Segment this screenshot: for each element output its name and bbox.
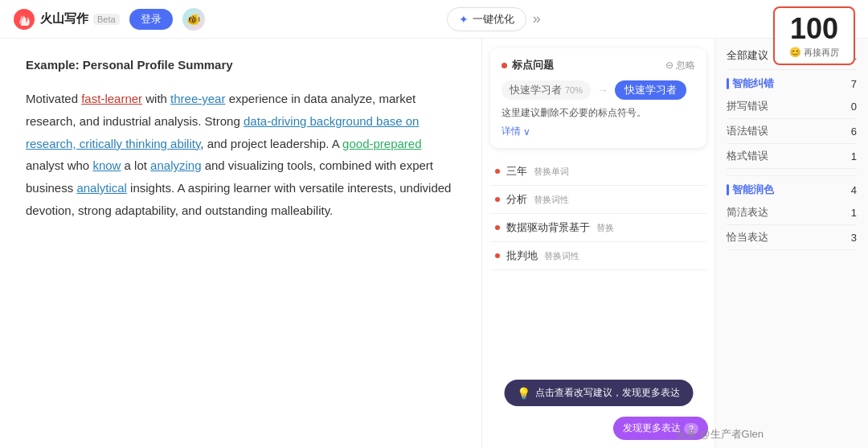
mini-suggestion-4[interactable]: 批判地 替换词性 <box>490 242 706 270</box>
right-panel: 全部建议 11 智能纠错 7 拼写错误 0 语法错误 6 格式错误 1 智能润色… <box>715 39 868 448</box>
text-and-proj: , and project leadership. A <box>200 137 342 150</box>
right-section-polish: 智能润色 4 <box>727 183 857 197</box>
section-bar-1 <box>727 78 729 89</box>
proper-count: 3 <box>851 232 857 244</box>
login-button[interactable]: 登录 <box>129 9 173 30</box>
logo-text: 火山写作 <box>40 11 88 27</box>
proper-label: 恰当表达 <box>727 230 768 245</box>
text-analyst: analyst who <box>26 158 92 172</box>
spelling-label: 拼写错误 <box>727 99 768 113</box>
card-title: 标点问题 <box>512 58 554 72</box>
mini-dot-4 <box>495 253 500 258</box>
original-word: 快速学习者 <box>510 83 562 97</box>
text-good-prepared: good-prepared <box>342 137 421 150</box>
mini-suggestion-3[interactable]: 数据驱动背景基于 替换 <box>490 214 706 242</box>
mini-dot-3 <box>495 225 500 230</box>
beta-badge: Beta <box>93 14 120 25</box>
watermark: 头条 @生产者Glen <box>676 427 764 442</box>
mini-dot-2 <box>495 197 500 202</box>
format-label: 格式错误 <box>727 149 768 163</box>
topbar: 火山写作 Beta 登录 🐠 ✦ 一键优化 » 全部建议 11 <box>0 0 868 39</box>
score-sub-label: 再接再厉 <box>804 47 839 59</box>
score-box: 100 😊 再接再厉 <box>773 6 855 65</box>
score-tag: 70% <box>565 85 583 95</box>
mini-dot-1 <box>495 169 500 174</box>
right-item-grammar[interactable]: 语法错误 6 <box>727 119 857 144</box>
tooltip-text: 点击查看改写建议，发现更多表达 <box>535 386 680 400</box>
spelling-count: 0 <box>851 101 857 113</box>
text-motivated: Motivated <box>26 92 81 105</box>
logo-area: 火山写作 Beta <box>13 8 120 31</box>
right-item-format[interactable]: 格式错误 1 <box>727 144 857 169</box>
text-analyzing: analyzing <box>150 158 201 172</box>
discover-label: 发现更多表达 <box>623 421 681 435</box>
logo-icon <box>13 8 35 31</box>
mini-suggestion-2[interactable]: 分析 替换词性 <box>490 186 706 214</box>
editor-area: Example: Personal Profile Summary Motiva… <box>0 39 482 448</box>
right-item-spelling[interactable]: 拼写错误 0 <box>727 94 857 119</box>
ignore-icon: ⊖ <box>665 60 674 71</box>
topbar-center: ✦ 一键优化 » <box>215 7 773 31</box>
doc-content: Motivated fast-learner with three-year e… <box>26 88 456 222</box>
mini-suggestion-1[interactable]: 三年 替换单词 <box>490 158 706 186</box>
mini-tag-4: 替换词性 <box>544 250 579 262</box>
mini-text-3: 数据驱动背景基于 <box>506 220 590 235</box>
optimize-label: 一键优化 <box>473 12 514 27</box>
more-button[interactable]: » <box>533 10 541 27</box>
suggestion-card-punctuation: 标点问题 ⊖ 忽略 快速学习者 70% → 快速学习者 这里建议删除不必要的标点… <box>490 48 706 148</box>
chevron-icon: ∨ <box>523 126 530 138</box>
arrow-icon: → <box>597 84 608 97</box>
right-divider-1 <box>727 69 857 70</box>
error-correction-count: 7 <box>851 78 857 90</box>
optimize-button[interactable]: ✦ 一键优化 <box>447 7 526 31</box>
score-sub: 😊 再接再厉 <box>789 47 839 59</box>
card-header: 标点问题 ⊖ 忽略 <box>502 58 695 72</box>
tooltip-icon: 💡 <box>517 387 530 400</box>
section-bar-2 <box>727 184 729 195</box>
all-label: 全部建议 <box>727 48 768 63</box>
text-fast-learner: fast-learner <box>81 92 142 105</box>
mini-tag-1: 替换单词 <box>534 166 569 178</box>
detail-label: 详情 <box>502 125 521 138</box>
word-chip-original: 快速学习者 70% <box>502 80 591 100</box>
card-action[interactable]: ⊖ 忽略 <box>665 59 695 72</box>
text-know: know <box>92 158 121 172</box>
text-analytical: analytical <box>76 181 127 195</box>
score-number: 100 <box>789 13 839 45</box>
doc-title: Example: Personal Profile Summary <box>26 58 456 72</box>
mini-tag-2: 替换词性 <box>534 194 569 206</box>
ignore-label: 忽略 <box>676 59 695 72</box>
right-item-concise[interactable]: 简洁表达 1 <box>727 200 857 225</box>
card-title-row: 标点问题 <box>502 58 554 72</box>
score-emoji: 😊 <box>789 47 801 58</box>
word-chip-suggested[interactable]: 快速学习者 <box>615 80 686 100</box>
text-alot: a lot <box>121 158 150 172</box>
text-with: with <box>142 92 170 105</box>
concise-label: 简洁表达 <box>727 205 768 220</box>
spark-icon: ✦ <box>459 13 469 26</box>
text-three-year: three-year <box>170 92 225 105</box>
format-count: 1 <box>851 150 857 162</box>
right-section-error-correction: 智能纠错 7 <box>727 76 857 91</box>
card-desc: 这里建议删除不必要的标点符号。 <box>502 106 695 120</box>
main-area: Example: Personal Profile Summary Motiva… <box>0 39 868 448</box>
mini-tag-3: 替换 <box>596 222 614 234</box>
polish-count: 4 <box>851 184 857 196</box>
grammar-count: 6 <box>851 125 857 138</box>
card-detail[interactable]: 详情 ∨ <box>502 125 695 138</box>
polish-label: 智能润色 <box>732 183 774 197</box>
right-divider-2 <box>727 175 857 176</box>
concise-count: 1 <box>851 207 857 219</box>
mini-text-4: 批判地 <box>506 249 538 263</box>
error-correction-label: 智能纠错 <box>732 76 774 91</box>
word-chips: 快速学习者 70% → 快速学习者 <box>502 80 695 100</box>
mini-text-2: 分析 <box>506 192 527 207</box>
suggestion-panel: 标点问题 ⊖ 忽略 快速学习者 70% → 快速学习者 这里建议删除不必要的标点… <box>482 39 715 448</box>
mini-text-1: 三年 <box>506 164 527 179</box>
card-dot <box>502 63 507 68</box>
avatar: 🐠 <box>182 8 205 31</box>
grammar-label: 语法错误 <box>727 124 768 138</box>
right-item-proper[interactable]: 恰当表达 3 <box>727 225 857 250</box>
tooltip-overlay: 💡 点击查看改写建议，发现更多表达 <box>504 380 693 406</box>
